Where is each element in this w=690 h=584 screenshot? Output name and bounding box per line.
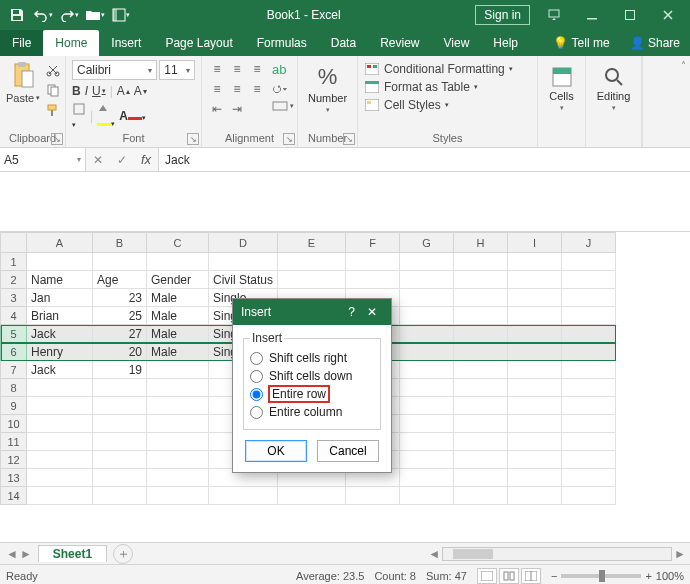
cell-B11[interactable] (93, 433, 147, 451)
tab-home[interactable]: Home (43, 30, 99, 56)
cell-G9[interactable] (400, 397, 454, 415)
cell-I12[interactable] (508, 451, 562, 469)
undo-icon[interactable]: ▾ (32, 4, 54, 26)
cell-B6[interactable]: 20 (93, 343, 147, 361)
column-header-H[interactable]: H (454, 233, 508, 253)
cell-G6[interactable] (400, 343, 454, 361)
tab-formulas[interactable]: Formulas (245, 30, 319, 56)
ribbon-options-icon[interactable] (536, 0, 572, 30)
row-header-12[interactable]: 12 (1, 451, 27, 469)
cell-I4[interactable] (508, 307, 562, 325)
orientation-button[interactable]: ⭯▾ (272, 83, 294, 94)
cell-F14[interactable] (346, 487, 400, 505)
tab-page-layout[interactable]: Page Layout (153, 30, 244, 56)
cell-H3[interactable] (454, 289, 508, 307)
cell-A7[interactable]: Jack (27, 361, 93, 379)
font-color-button[interactable]: A▾ (119, 109, 146, 123)
save-icon[interactable] (6, 4, 28, 26)
cell-J2[interactable] (562, 271, 616, 289)
view-page-layout-icon[interactable] (499, 568, 519, 584)
cell-A8[interactable] (27, 379, 93, 397)
cell-C7[interactable] (147, 361, 209, 379)
cell-J3[interactable] (562, 289, 616, 307)
cell-A5[interactable]: Jack (27, 325, 93, 343)
view-page-break-icon[interactable] (521, 568, 541, 584)
cell-A9[interactable] (27, 397, 93, 415)
cell-A14[interactable] (27, 487, 93, 505)
font-size-combo[interactable]: 11▾ (159, 60, 195, 80)
cell-J13[interactable] (562, 469, 616, 487)
align-top-icon[interactable]: ≡ (208, 60, 226, 78)
sheet-nav-next-icon[interactable]: ► (20, 547, 32, 561)
conditional-formatting-button[interactable]: Conditional Formatting ▾ (364, 62, 531, 76)
cell-G13[interactable] (400, 469, 454, 487)
cell-H12[interactable] (454, 451, 508, 469)
cell-G11[interactable] (400, 433, 454, 451)
cell-G8[interactable] (400, 379, 454, 397)
alignment-dialog-launcher[interactable]: ↘ (283, 133, 295, 145)
column-header-D[interactable]: D (209, 233, 278, 253)
cell-A11[interactable] (27, 433, 93, 451)
cell-H4[interactable] (454, 307, 508, 325)
cell-A13[interactable] (27, 469, 93, 487)
cell-J10[interactable] (562, 415, 616, 433)
insert-function-icon[interactable]: fx (134, 152, 158, 167)
cell-G12[interactable] (400, 451, 454, 469)
cell-E1[interactable] (278, 253, 346, 271)
horizontal-scrollbar[interactable] (442, 547, 672, 561)
cell-A4[interactable]: Brian (27, 307, 93, 325)
view-normal-icon[interactable] (477, 568, 497, 584)
zoom-slider[interactable] (561, 574, 641, 578)
zoom-in-icon[interactable]: + (645, 570, 651, 582)
cell-D14[interactable] (209, 487, 278, 505)
cell-J6[interactable] (562, 343, 616, 361)
cell-H5[interactable] (454, 325, 508, 343)
cell-I14[interactable] (508, 487, 562, 505)
cell-B3[interactable]: 23 (93, 289, 147, 307)
cell-I3[interactable] (508, 289, 562, 307)
cell-I11[interactable] (508, 433, 562, 451)
cell-C5[interactable]: Male (147, 325, 209, 343)
cell-C4[interactable]: Male (147, 307, 209, 325)
cell-B13[interactable] (93, 469, 147, 487)
cell-G10[interactable] (400, 415, 454, 433)
cell-A1[interactable] (27, 253, 93, 271)
cell-G14[interactable] (400, 487, 454, 505)
cell-A6[interactable]: Henry (27, 343, 93, 361)
fill-color-button[interactable]: ▾ (97, 103, 115, 129)
cell-I13[interactable] (508, 469, 562, 487)
font-dialog-launcher[interactable]: ↘ (187, 133, 199, 145)
cell-G2[interactable] (400, 271, 454, 289)
minimize-icon[interactable] (574, 0, 610, 30)
cell-B4[interactable]: 25 (93, 307, 147, 325)
cell-C10[interactable] (147, 415, 209, 433)
align-left-icon[interactable]: ≡ (208, 80, 226, 98)
cell-I5[interactable] (508, 325, 562, 343)
row-header-4[interactable]: 4 (1, 307, 27, 325)
row-header-8[interactable]: 8 (1, 379, 27, 397)
row-header-14[interactable]: 14 (1, 487, 27, 505)
cell-J14[interactable] (562, 487, 616, 505)
row-header-3[interactable]: 3 (1, 289, 27, 307)
row-header-5[interactable]: 5 (1, 325, 27, 343)
cell-B10[interactable] (93, 415, 147, 433)
hscroll-right-icon[interactable]: ► (674, 547, 686, 561)
new-sheet-button[interactable]: ＋ (113, 544, 133, 564)
cell-styles-button[interactable]: Cell Styles ▾ (364, 98, 531, 112)
italic-button[interactable]: I (85, 84, 88, 98)
tab-data[interactable]: Data (319, 30, 368, 56)
bold-button[interactable]: B (72, 84, 81, 98)
close-icon[interactable] (650, 0, 686, 30)
column-header-I[interactable]: I (508, 233, 562, 253)
copy-icon[interactable] (44, 82, 62, 98)
hscroll-left-icon[interactable]: ◄ (428, 547, 440, 561)
cell-C1[interactable] (147, 253, 209, 271)
cell-I1[interactable] (508, 253, 562, 271)
zoom-control[interactable]: − + 100% (551, 570, 684, 582)
formula-input[interactable]: Jack (159, 148, 690, 171)
cell-J4[interactable] (562, 307, 616, 325)
tab-help[interactable]: Help (481, 30, 530, 56)
decrease-font-icon[interactable]: A▾ (134, 84, 147, 98)
autosum-icon[interactable]: ▾ (110, 4, 132, 26)
column-header-F[interactable]: F (346, 233, 400, 253)
